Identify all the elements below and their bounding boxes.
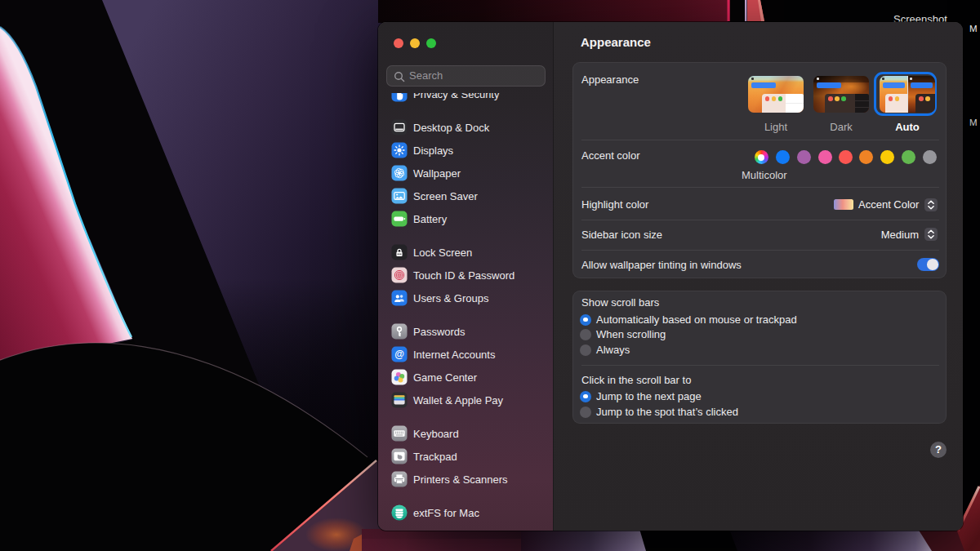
svg-text:@: @ (394, 349, 404, 360)
